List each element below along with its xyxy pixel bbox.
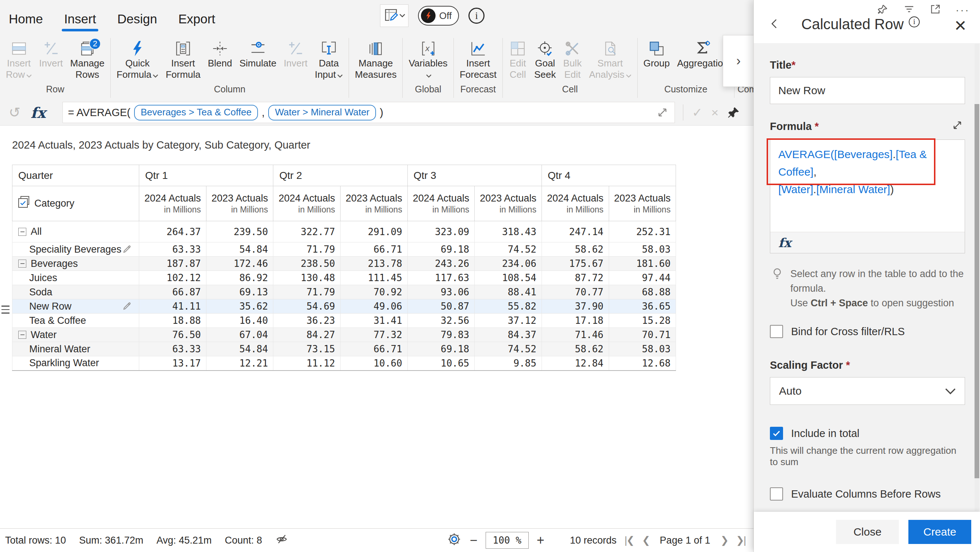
value-cell[interactable]: 172.46	[206, 257, 273, 271]
value-cell[interactable]: 187.87	[139, 257, 207, 271]
value-cell[interactable]: 58.03	[609, 342, 676, 356]
value-cell[interactable]: 12.68	[609, 356, 676, 371]
manage-measures-button[interactable]: ManageMeasures	[351, 38, 400, 80]
value-cell[interactable]: 36.65	[609, 299, 676, 314]
value-cell[interactable]: 17.18	[541, 314, 609, 328]
value-cell[interactable]: 70.92	[340, 285, 408, 299]
table-row-soda[interactable]: Soda66.8769.1371.7970.9293.0688.4170.776…	[13, 285, 676, 299]
edit-row-pencil-icon[interactable]	[121, 244, 132, 255]
value-cell[interactable]: 49.06	[340, 299, 408, 314]
evaluate-columns-checkbox[interactable]	[770, 487, 783, 501]
value-cell[interactable]: 66.71	[340, 243, 408, 257]
filter-icon[interactable]	[903, 3, 915, 17]
formula-input[interactable]: = AVERAGE(Beverages > Tea & Coffee,Water…	[62, 102, 675, 123]
value-cell[interactable]: 16.40	[206, 314, 273, 328]
value-cell[interactable]: 58.62	[541, 342, 609, 356]
table-row-new-row[interactable]: New Row41.1135.6254.6949.0650.8755.8237.…	[13, 299, 676, 314]
value-cell[interactable]: 12.84	[541, 356, 609, 371]
value-cell[interactable]: 181.60	[609, 257, 676, 271]
value-cell[interactable]: 69.13	[206, 285, 273, 299]
value-cell[interactable]: 77.32	[340, 328, 408, 342]
value-cell[interactable]: 69.18	[407, 243, 475, 257]
collapse-icon[interactable]	[18, 260, 26, 268]
manage-rows-button[interactable]: 2ManageRows	[67, 38, 108, 80]
title-field-input[interactable]	[770, 77, 965, 104]
panel-scrollbar-thumb[interactable]	[975, 104, 979, 478]
value-cell[interactable]: 117.63	[407, 271, 475, 285]
value-cell[interactable]: 76.50	[139, 328, 207, 342]
value-cell[interactable]: 58.62	[541, 243, 609, 257]
value-cell[interactable]: 37.12	[475, 314, 542, 328]
collapse-icon[interactable]	[18, 228, 26, 236]
value-cell[interactable]: 12.21	[206, 356, 273, 371]
value-cell[interactable]: 63.33	[139, 243, 207, 257]
formula-editor[interactable]: AVERAGE([Beverages].[Tea & Coffee],[Wate…	[770, 140, 965, 253]
next-page-icon[interactable]: ❯	[721, 535, 728, 546]
quick-formula-button[interactable]: QuickFormula	[113, 38, 162, 80]
value-cell[interactable]: 35.62	[206, 299, 273, 314]
value-cell[interactable]: 323.09	[407, 221, 475, 243]
value-cell[interactable]: 79.83	[407, 328, 475, 342]
value-cell[interactable]: 88.41	[475, 285, 542, 299]
live-mode-toggle[interactable]: Off	[418, 6, 459, 25]
value-cell[interactable]: 97.44	[609, 271, 676, 285]
edit-row-pencil-icon[interactable]	[121, 301, 132, 312]
value-cell[interactable]: 318.43	[475, 221, 542, 243]
value-cell[interactable]: 74.52	[475, 243, 542, 257]
group-button[interactable]: Group	[640, 38, 673, 69]
insert-formula-button[interactable]: InsertFormula	[162, 38, 204, 80]
include-in-total-checkbox[interactable]	[770, 427, 783, 440]
value-cell[interactable]: 247.14	[541, 221, 609, 243]
value-cell[interactable]: 58.03	[609, 243, 676, 257]
value-cell[interactable]: 68.88	[609, 285, 676, 299]
value-cell[interactable]: 84.27	[273, 328, 340, 342]
panel-info-icon[interactable]: i	[909, 16, 920, 27]
prev-page-icon[interactable]: ❮	[642, 535, 650, 546]
value-cell[interactable]: 50.87	[407, 299, 475, 314]
more-options-icon[interactable]: ···	[956, 4, 970, 16]
value-cell[interactable]: 36.23	[273, 314, 340, 328]
value-cell[interactable]: 70.77	[541, 285, 609, 299]
data-input-button[interactable]: DataInput	[311, 38, 347, 80]
value-cell[interactable]: 322.77	[273, 221, 340, 243]
value-cell[interactable]: 63.33	[139, 342, 207, 356]
panel-scrollbar[interactable]	[975, 44, 979, 511]
simulate-button[interactable]: Simulate	[236, 38, 280, 69]
goal-seek-button[interactable]: GoalSeek	[531, 38, 559, 80]
value-cell[interactable]: 111.45	[340, 271, 408, 285]
value-cell[interactable]: 71.79	[273, 285, 340, 299]
formula-pill[interactable]: Water > Mineral Water	[268, 105, 376, 121]
value-cell[interactable]: 66.71	[340, 342, 408, 356]
ribbon-expand-button[interactable]: ›	[723, 35, 754, 87]
value-cell[interactable]: 54.69	[273, 299, 340, 314]
value-cell[interactable]: 234.06	[475, 257, 542, 271]
value-cell[interactable]: 291.09	[340, 221, 408, 243]
formula-pill[interactable]: Beverages > Tea & Coffee	[134, 105, 258, 121]
value-cell[interactable]: 108.54	[475, 271, 542, 285]
popout-icon[interactable]	[929, 3, 942, 17]
table-row-sparkling-water[interactable]: Sparkling Water13.1712.2111.1210.6010.65…	[13, 356, 676, 371]
expand-editor-icon[interactable]	[951, 119, 964, 134]
value-cell[interactable]: 54.84	[206, 342, 273, 356]
bind-cross-filter-checkbox[interactable]	[770, 325, 783, 338]
value-cell[interactable]: 13.17	[139, 356, 207, 371]
value-cell[interactable]: 37.90	[541, 299, 609, 314]
edit-table-button[interactable]	[380, 5, 409, 27]
value-cell[interactable]: 252.31	[609, 221, 676, 243]
value-cell[interactable]: 130.48	[273, 271, 340, 285]
pin-formula-bar-icon[interactable]	[726, 105, 741, 120]
value-cell[interactable]: 102.12	[139, 271, 207, 285]
value-cell[interactable]: 73.15	[273, 342, 340, 356]
value-cell[interactable]: 32.56	[407, 314, 475, 328]
value-cell[interactable]: 93.06	[407, 285, 475, 299]
table-row-juices[interactable]: Juices102.1286.92130.48111.45117.63108.5…	[13, 271, 676, 285]
value-cell[interactable]: 213.78	[340, 257, 408, 271]
scaling-factor-dropdown[interactable]: Auto	[770, 377, 965, 405]
close-button[interactable]: Close	[836, 520, 899, 544]
value-cell[interactable]: 9.85	[475, 356, 542, 371]
value-cell[interactable]: 54.84	[206, 243, 273, 257]
value-cell[interactable]: 175.67	[541, 257, 609, 271]
value-cell[interactable]: 264.37	[139, 221, 207, 243]
value-cell[interactable]: 71.79	[273, 243, 340, 257]
tab-insert[interactable]: Insert	[63, 10, 97, 29]
